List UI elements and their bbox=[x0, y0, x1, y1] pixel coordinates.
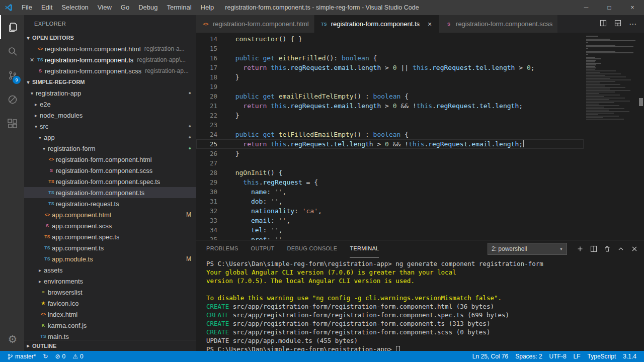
tree-item-index.html[interactable]: <>index.html bbox=[24, 309, 196, 320]
code-line-26[interactable]: 26 } bbox=[196, 149, 584, 158]
editor-scrollbar[interactable] bbox=[638, 33, 644, 240]
menu-edit[interactable]: Edit bbox=[37, 0, 57, 15]
code-line-22[interactable]: 22 } bbox=[196, 111, 584, 120]
settings-gear-icon[interactable]: ⚙ bbox=[0, 327, 24, 351]
split-editor-icon[interactable] bbox=[600, 20, 607, 28]
code-line-27[interactable]: 27 bbox=[196, 158, 584, 168]
code-line-23[interactable]: 23 bbox=[196, 120, 584, 130]
status-typescript[interactable]: TypeScript bbox=[585, 351, 619, 362]
tree-item-node_modules[interactable]: ▸node_modules bbox=[24, 110, 196, 121]
open-editor-item[interactable]: Sregistration-form.component.scssregistr… bbox=[24, 65, 196, 76]
tree-item-app.component.scss[interactable]: Sapp.component.scss bbox=[24, 220, 196, 231]
tree-item-app.component.spec.ts[interactable]: TSapp.component.spec.ts bbox=[24, 231, 196, 242]
tree-item-app.component.html[interactable]: <>app.component.htmlM bbox=[24, 209, 196, 220]
new-terminal-icon[interactable] bbox=[577, 245, 584, 252]
status-spaces-2[interactable]: Spaces: 2 bbox=[513, 351, 544, 362]
minimap[interactable] bbox=[584, 33, 638, 240]
panel-tab-problems[interactable]: PROBLEMS bbox=[206, 240, 238, 257]
tree-item-registration-form[interactable]: ▾registration-form● bbox=[24, 143, 196, 154]
tab-registration-form.component.ts[interactable]: TSregistration-form.component.ts× bbox=[314, 15, 439, 33]
menu-help[interactable]: Help bbox=[196, 0, 219, 15]
tree-item-e2e[interactable]: ▸e2e bbox=[24, 99, 196, 110]
close-panel-icon[interactable] bbox=[631, 245, 638, 252]
code-line-34[interactable]: 34 tel: '', bbox=[196, 225, 584, 235]
status-lf[interactable]: LF bbox=[571, 351, 583, 362]
code-editor[interactable]: 14 constructor() { }1516 public get eith… bbox=[196, 33, 644, 240]
tree-item-main.ts[interactable]: TSmain.ts bbox=[24, 331, 196, 340]
code-line-24[interactable]: 24 public get telFilledEmailEmpty() : bo… bbox=[196, 130, 584, 139]
code-line-35[interactable]: 35 pref: '', bbox=[196, 235, 584, 240]
kill-terminal-icon[interactable] bbox=[604, 245, 611, 252]
code-line-14[interactable]: 14 constructor() { } bbox=[196, 34, 584, 44]
code-line-17[interactable]: 17 return this.regRequest.email.length >… bbox=[196, 63, 584, 72]
tree-item-registration-app[interactable]: ▾registration-app● bbox=[24, 87, 196, 99]
close-editor-icon[interactable]: × bbox=[28, 56, 36, 64]
code-line-19[interactable]: 19 bbox=[196, 82, 584, 92]
menu-terminal[interactable]: Terminal bbox=[162, 0, 196, 15]
code-line-20[interactable]: 20 public get emailFilledTelEmpty() : bo… bbox=[196, 92, 584, 101]
tree-item-browserslist[interactable]: ≡browserslist bbox=[24, 287, 196, 298]
tree-item-registration-form.component.scss[interactable]: Sregistration-form.component.scss bbox=[24, 165, 196, 176]
code-lines[interactable]: 14 constructor() { }1516 public get eith… bbox=[196, 33, 584, 240]
code-line-18[interactable]: 18 } bbox=[196, 72, 584, 82]
tree-item-registration-request.ts[interactable]: TSregistration-request.ts bbox=[24, 198, 196, 209]
tree-item-assets[interactable]: ▸assets bbox=[24, 264, 196, 276]
tab-registration-form.component.scss[interactable]: Sregistration-form.component.scss bbox=[439, 15, 558, 33]
panel-tab-debug-console[interactable]: DEBUG CONSOLE bbox=[287, 240, 338, 257]
code-line-16[interactable]: 16 public get eitherFilled(): boolean { bbox=[196, 53, 584, 63]
code-line-30[interactable]: 30 name: '', bbox=[196, 187, 584, 197]
menu-view[interactable]: View bbox=[93, 0, 116, 15]
panel-tab-terminal[interactable]: TERMINAL bbox=[350, 240, 379, 257]
tree-item-registration-form.component.html[interactable]: <>registration-form.component.html bbox=[24, 154, 196, 165]
tree-item-src[interactable]: ▾src● bbox=[24, 121, 196, 132]
menu-go[interactable]: Go bbox=[116, 0, 134, 15]
tree-item-app.component.ts[interactable]: TSapp.component.ts bbox=[24, 242, 196, 253]
code-line-33[interactable]: 33 email: '', bbox=[196, 216, 584, 225]
code-line-21[interactable]: 21 return this.regRequest.email.length >… bbox=[196, 101, 584, 111]
outline-header[interactable]: ▸ OUTLINE bbox=[24, 340, 196, 351]
tree-item-favicon.ico[interactable]: ★favicon.ico bbox=[24, 298, 196, 309]
tree-item-app[interactable]: ▾app● bbox=[24, 132, 196, 143]
explorer-icon[interactable] bbox=[0, 15, 24, 39]
panel-tab-output[interactable]: OUTPUT bbox=[251, 240, 275, 257]
extensions-icon[interactable] bbox=[0, 112, 24, 136]
tab-registration-form.component.html[interactable]: <>registration-form.component.html bbox=[196, 15, 314, 33]
menu-file[interactable]: File bbox=[17, 0, 37, 15]
debug-icon[interactable] bbox=[0, 87, 24, 112]
close-tab-icon[interactable]: × bbox=[426, 20, 434, 28]
folder-section-header[interactable]: ▾ SIMPLE-REG-FORM bbox=[24, 76, 196, 87]
tree-item-environments[interactable]: ▸environments bbox=[24, 276, 196, 287]
minimize-button[interactable]: ─ bbox=[575, 0, 598, 15]
close-button[interactable]: × bbox=[621, 0, 644, 15]
code-line-31[interactable]: 31 dob: '', bbox=[196, 197, 584, 206]
tree-item-app.module.ts[interactable]: TSapp.module.tsM bbox=[24, 253, 196, 264]
open-editor-item[interactable]: <>registration-form.component.htmlregist… bbox=[24, 43, 196, 54]
menu-selection[interactable]: Selection bbox=[57, 0, 93, 15]
terminal-output[interactable]: PS C:\Users\Dan\simple-reg-form\registra… bbox=[196, 257, 644, 351]
menu-debug[interactable]: Debug bbox=[134, 0, 162, 15]
tree-item-registration-form.component.spec.ts[interactable]: TSregistration-form.component.spec.ts bbox=[24, 176, 196, 187]
code-line-15[interactable]: 15 bbox=[196, 44, 584, 53]
code-line-28[interactable]: 28 ngOnInit() { bbox=[196, 168, 584, 177]
maximize-panel-icon[interactable] bbox=[617, 245, 624, 252]
status-sync[interactable]: ↻ bbox=[40, 351, 50, 362]
tree-item-registration-form.component.ts[interactable]: TSregistration-form.component.ts bbox=[24, 187, 196, 198]
source-control-icon[interactable]: 9 bbox=[0, 63, 24, 87]
status-3-1-4[interactable]: 3.1.4 bbox=[620, 351, 639, 362]
code-line-29[interactable]: 29 this.regRequest = { bbox=[196, 177, 584, 187]
status-errors[interactable]: ⊘0 bbox=[52, 351, 68, 362]
status-warnings[interactable]: ⚠0 bbox=[70, 351, 86, 362]
terminal-picker-dropdown[interactable]: 2: powershell ▼ bbox=[488, 243, 567, 255]
code-line-25[interactable]: 25 return this.regRequest.tel.length > 0… bbox=[196, 139, 584, 149]
maximize-button[interactable]: □ bbox=[598, 0, 621, 15]
status-utf-8[interactable]: UTF-8 bbox=[547, 351, 569, 362]
status-git-branch[interactable]: master* bbox=[5, 351, 38, 362]
split-terminal-icon[interactable] bbox=[590, 245, 597, 252]
code-line-32[interactable]: 32 nationality: 'ca', bbox=[196, 206, 584, 216]
open-editors-header[interactable]: ▾ OPEN EDITORS bbox=[24, 32, 196, 43]
search-icon[interactable] bbox=[0, 39, 24, 63]
toggle-layout-icon[interactable] bbox=[614, 20, 621, 28]
open-editor-item[interactable]: ×TSregistration-form.component.tsregistr… bbox=[24, 54, 196, 65]
tree-item-karma.conf.js[interactable]: Kkarma.conf.js bbox=[24, 320, 196, 331]
more-actions-icon[interactable]: ⋯ bbox=[629, 20, 637, 29]
